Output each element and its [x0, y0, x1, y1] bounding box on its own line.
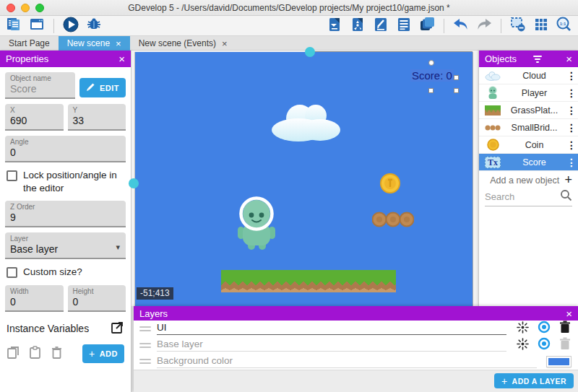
- effects-icon[interactable]: [517, 321, 529, 336]
- resize-handle-corner[interactable]: [454, 88, 459, 93]
- platform-grass-top: [221, 270, 396, 277]
- redo-button[interactable]: [475, 17, 493, 35]
- publish-project-button[interactable]: [348, 17, 367, 35]
- object-item-coin[interactable]: Coin ⋮: [479, 136, 578, 154]
- background-color-swatch[interactable]: [547, 357, 571, 367]
- kebab-menu-icon[interactable]: ⋮: [566, 139, 575, 151]
- gdevelop-window: GDevelop 5 - /Users/david/Documents/GDev…: [0, 0, 578, 392]
- kebab-menu-icon[interactable]: ⋮: [566, 157, 575, 168]
- layer-name-input[interactable]: [157, 322, 506, 335]
- toggle-grid-button[interactable]: [532, 17, 551, 35]
- add-variable-button[interactable]: + ADD: [82, 344, 124, 363]
- trash-icon[interactable]: [50, 345, 64, 362]
- cursor-coordinates-badge: -51;413: [137, 287, 173, 300]
- resize-handle-bottom[interactable]: [428, 88, 434, 93]
- preview-button[interactable]: [61, 17, 80, 35]
- close-icon[interactable]: ×: [566, 308, 572, 319]
- effects-icon[interactable]: [517, 338, 529, 353]
- add-layer-button[interactable]: + ADD A LAYER: [494, 373, 574, 388]
- z-order-value: 9: [10, 212, 16, 223]
- object-item-score[interactable]: Tx Score ⋮: [479, 154, 578, 171]
- object-name: Score: [502, 157, 566, 167]
- x-position-field[interactable]: X 690: [5, 104, 64, 131]
- close-icon[interactable]: ×: [118, 53, 125, 64]
- export-project-button[interactable]: [325, 17, 344, 35]
- search-input[interactable]: [485, 191, 557, 202]
- layers-header: Layers ×: [134, 306, 578, 321]
- kebab-menu-icon[interactable]: ⋮: [566, 87, 575, 99]
- height-field[interactable]: Height 0: [68, 285, 126, 312]
- cloud-object-icon: [483, 71, 502, 81]
- scene-background[interactable]: Score: 0: [135, 52, 473, 306]
- visibility-eye-icon[interactable]: [538, 337, 551, 353]
- open-objects-button[interactable]: [418, 17, 436, 35]
- open-in-new-icon[interactable]: [111, 321, 124, 337]
- toolbar-right-group: 1:1: [325, 17, 574, 35]
- filter-icon[interactable]: [533, 56, 542, 63]
- minimize-window-button[interactable]: [21, 4, 30, 12]
- clear-selection-button[interactable]: [509, 17, 527, 35]
- drag-handle-icon[interactable]: [139, 326, 151, 331]
- z-order-field[interactable]: Z Order 9: [5, 201, 126, 227]
- tab-label: New scene (Events): [139, 38, 216, 48]
- grass-platform-sprite[interactable]: [221, 270, 396, 292]
- close-icon[interactable]: ×: [222, 39, 228, 48]
- open-events-button[interactable]: [394, 17, 413, 35]
- lock-position-checkbox[interactable]: [7, 170, 17, 181]
- tab-new-scene[interactable]: New scene ×: [59, 36, 130, 51]
- add-new-object-button[interactable]: Add a new object +: [479, 171, 578, 189]
- tab-start-page[interactable]: Start Page: [0, 36, 59, 51]
- kebab-menu-icon[interactable]: ⋮: [566, 122, 575, 134]
- object-name: SmallBrid...: [502, 123, 566, 133]
- width-field[interactable]: Width 0: [5, 285, 64, 312]
- custom-size-checkbox[interactable]: [7, 267, 17, 278]
- close-window-button[interactable]: [7, 4, 15, 12]
- edit-pencil-document-icon: [373, 17, 389, 35]
- zoom-reset-button[interactable]: 1:1: [555, 17, 574, 35]
- visibility-eye-icon[interactable]: [538, 321, 551, 336]
- drag-handle-icon[interactable]: [139, 343, 151, 348]
- tab-new-scene-events[interactable]: New scene (Events) ×: [130, 36, 236, 51]
- object-item-grassplatform[interactable]: GrassPlat... ⋮: [479, 102, 578, 119]
- kebab-menu-icon[interactable]: ⋮: [566, 105, 575, 116]
- y-position-field[interactable]: Y 33: [68, 104, 126, 131]
- close-icon[interactable]: ×: [116, 39, 121, 48]
- coin-object-icon: [483, 139, 502, 151]
- undo-button[interactable]: [452, 17, 470, 35]
- paste-icon[interactable]: [28, 345, 43, 362]
- edit-scene-properties-button[interactable]: [371, 17, 390, 35]
- coin-sprite[interactable]: [380, 173, 400, 196]
- vertical-scrollbar-thumb[interactable]: [129, 178, 139, 188]
- resize-handle-right[interactable]: [454, 75, 459, 80]
- edit-object-button[interactable]: EDIT: [79, 78, 126, 97]
- object-item-smallbridge[interactable]: SmallBrid... ⋮: [479, 119, 578, 136]
- layer-select[interactable]: Layer Base layer ▾: [5, 232, 126, 259]
- start-page-button[interactable]: [27, 17, 46, 35]
- rotation-handle[interactable]: [428, 60, 434, 66]
- angle-field[interactable]: Angle 0: [5, 136, 126, 162]
- player-sprite[interactable]: [236, 196, 277, 254]
- horizontal-scrollbar-thumb[interactable]: [305, 47, 315, 57]
- project-manager-button[interactable]: [4, 17, 23, 35]
- scene-editor-canvas[interactable]: Score: 0: [131, 51, 478, 306]
- delete-layer-icon[interactable]: [559, 321, 571, 336]
- angle-value: 0: [10, 147, 16, 158]
- text-object-icon: Tx: [483, 157, 502, 168]
- layer-name-input[interactable]: [157, 339, 506, 352]
- undo-icon: [452, 16, 470, 36]
- object-item-cloud[interactable]: Cloud ⋮: [479, 67, 578, 84]
- maximize-window-button[interactable]: [35, 4, 44, 12]
- cloud-sprite[interactable]: [269, 100, 345, 146]
- properties-title: Properties: [6, 53, 48, 64]
- kebab-menu-icon[interactable]: ⋮: [566, 70, 575, 82]
- width-label: Width: [10, 287, 59, 295]
- add-new-object-label: Add a new object: [485, 175, 564, 186]
- copy-icon[interactable]: [7, 345, 21, 362]
- object-item-player[interactable]: Player ⋮: [479, 84, 578, 102]
- grid-icon: [533, 17, 549, 35]
- small-bridge-sprite[interactable]: [372, 211, 414, 231]
- close-icon[interactable]: ×: [566, 53, 572, 64]
- score-text-object[interactable]: Score: 0: [410, 69, 454, 82]
- debugger-button[interactable]: [85, 17, 103, 35]
- instance-variables-label: Instance Variables: [7, 323, 89, 334]
